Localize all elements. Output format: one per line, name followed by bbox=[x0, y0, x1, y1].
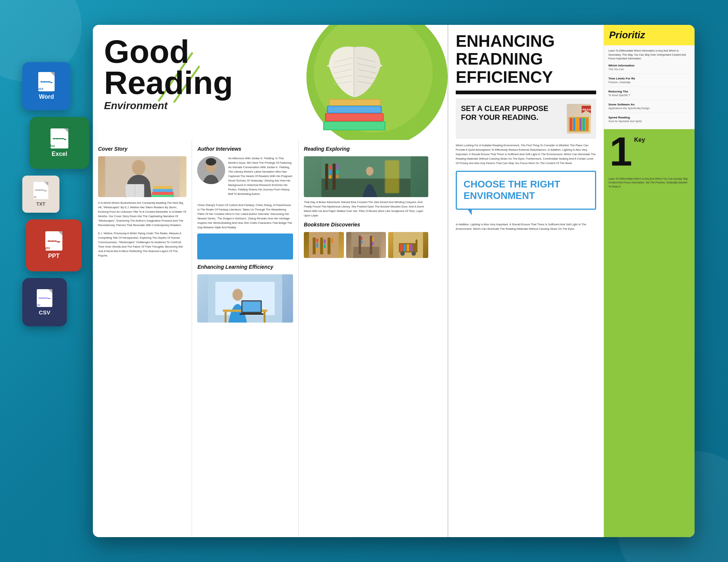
svg-rect-85 bbox=[576, 118, 579, 131]
choose-env-box: CHOOSE THE RIGHT ENVIRONMENT bbox=[456, 171, 596, 209]
svg-rect-47 bbox=[336, 170, 338, 174]
document-header: Good Reading Environment bbox=[93, 25, 448, 140]
main-document: Good Reading Environment bbox=[93, 25, 695, 537]
excel-file-icon[interactable]: .xlsx Excel bbox=[30, 117, 89, 169]
sidebar-item-2-title: Time Limits For Re bbox=[608, 77, 690, 80]
author-interviews-title: Author Interviews bbox=[197, 146, 293, 152]
svg-point-49 bbox=[366, 167, 373, 176]
enhancing-learning-title: Enhancing Learning Efficiency bbox=[197, 264, 293, 270]
cover-story-column: Cover Story bbox=[93, 140, 192, 537]
bookstore-img-1 bbox=[304, 232, 344, 258]
svg-rect-65 bbox=[358, 236, 361, 254]
sidebar-header-text: Prioritiz bbox=[609, 29, 645, 40]
ppt-label: PPT bbox=[48, 253, 59, 259]
txt-label: TXT bbox=[36, 201, 46, 207]
choose-env-title: CHOOSE THE RIGHT ENVIRONMENT bbox=[464, 179, 588, 202]
sidebar-item-1-title: Which Information bbox=[608, 64, 690, 67]
svg-rect-68 bbox=[370, 236, 372, 254]
document-left-area: Good Reading Environment bbox=[93, 25, 448, 537]
enhancing-title-area: ENHANCING READNING EFFICIENCY bbox=[448, 25, 604, 86]
svg-rect-34 bbox=[225, 312, 227, 323]
enhancing-line1: ENHANCING bbox=[456, 32, 596, 50]
sidebar-intro: Learn To Differentiate Which Information… bbox=[604, 45, 695, 129]
svg-rect-87 bbox=[582, 118, 585, 131]
sidebar-item-4: Some Software An Applications Are Specif… bbox=[608, 103, 690, 113]
svg-rect-76 bbox=[410, 244, 413, 251]
svg-rect-86 bbox=[579, 118, 582, 131]
csv-label: CSV bbox=[39, 309, 51, 316]
bookstore-title: Bookstore Discoveries bbox=[304, 222, 428, 228]
cover-story-title: Cover Story bbox=[98, 146, 186, 152]
cover-story-image bbox=[98, 156, 186, 197]
ppt-file-icon[interactable]: .pptx PPT bbox=[26, 219, 82, 271]
word-file-icon[interactable]: .docx Word bbox=[22, 62, 71, 110]
svg-rect-23 bbox=[153, 186, 172, 189]
svg-rect-88 bbox=[586, 118, 588, 131]
sidebar-item-5: Speed Reading Such As Spreeder And Sprit… bbox=[608, 116, 690, 122]
three-column-body: Cover Story bbox=[93, 140, 448, 537]
book-stack-image bbox=[321, 36, 388, 133]
sidebar-green-bottom: Learn To Differentiate Which Is Key And … bbox=[604, 173, 695, 538]
svg-rect-38 bbox=[240, 313, 264, 315]
bookstore-img-3 bbox=[388, 232, 428, 258]
cover-story-para2: E.J. Mellow, Previously A Writer Flying … bbox=[98, 231, 186, 258]
blue-decorative-box bbox=[197, 233, 293, 259]
svg-rect-58 bbox=[324, 239, 326, 244]
author-para2: Chloe Zhang's Fusion Of Culture And Fant… bbox=[197, 203, 293, 230]
file-icons-sidebar: .docx Word .xlsx Excel bbox=[22, 62, 89, 326]
svg-rect-55 bbox=[316, 243, 318, 248]
svg-rect-5 bbox=[326, 114, 383, 121]
svg-rect-56 bbox=[316, 248, 318, 252]
svg-rect-46 bbox=[336, 164, 338, 169]
far-right-sidebar: Prioritiz Learn To Differentiate Which I… bbox=[604, 25, 695, 537]
svg-rect-57 bbox=[320, 238, 323, 254]
enhancing-efficiency-section: ENHANCING READNING EFFICIENCY SET A CLEA… bbox=[448, 25, 604, 537]
svg-rect-67 bbox=[361, 241, 362, 244]
svg-rect-37 bbox=[243, 301, 261, 312]
svg-rect-44 bbox=[329, 175, 331, 179]
svg-rect-61 bbox=[331, 238, 333, 243]
sidebar-item-4-title: Some Software An bbox=[608, 103, 690, 106]
bookstore-images bbox=[304, 232, 428, 258]
txt-file-icon[interactable]: .txt TXT bbox=[22, 176, 59, 213]
svg-rect-60 bbox=[328, 238, 331, 254]
csv-file-icon[interactable]: .csv CSV bbox=[22, 278, 67, 326]
svg-point-32 bbox=[233, 289, 243, 301]
enhancing-line2: READNING bbox=[456, 50, 596, 68]
big-number-area: 1 Key bbox=[604, 129, 695, 173]
header-subtitle: Environment bbox=[104, 100, 233, 112]
reading-exploring-text: That Day, A Brave Adventurer Named Elsa … bbox=[304, 200, 428, 218]
key-label: Key bbox=[634, 137, 645, 143]
reading-exploring-title: Reading Exploring bbox=[304, 146, 428, 152]
svg-rect-3 bbox=[328, 107, 381, 112]
svg-rect-64 bbox=[353, 247, 379, 258]
svg-rect-54 bbox=[316, 239, 318, 242]
excel-label: Excel bbox=[52, 151, 67, 157]
svg-point-20 bbox=[132, 160, 145, 175]
svg-text:READ: READ bbox=[582, 108, 591, 111]
sidebar-header: Prioritiz bbox=[604, 25, 695, 45]
header-title-line1: Good bbox=[104, 36, 233, 67]
purpose-box: SET A CLEAR PURPOSE FOR YOUR READING. RE… bbox=[456, 99, 596, 139]
reading-column: Reading Exploring bbox=[299, 140, 433, 537]
word-label: Word bbox=[39, 94, 54, 100]
svg-rect-69 bbox=[372, 238, 373, 241]
black-divider bbox=[456, 91, 596, 94]
learning-efficiency-image bbox=[197, 274, 293, 323]
svg-rect-26 bbox=[151, 195, 174, 197]
svg-rect-75 bbox=[407, 244, 409, 251]
author-para1: An Afternoon With Jordan K. Fielding: In… bbox=[228, 156, 293, 196]
svg-point-29 bbox=[206, 158, 216, 166]
sidebar-item-2-text: Practice, Gradually bbox=[608, 81, 690, 84]
cover-story-para1: In A World Where Bookshelves Are Constan… bbox=[98, 201, 186, 228]
sidebar-item-1-text: This You Can bbox=[608, 68, 690, 71]
svg-rect-74 bbox=[403, 244, 406, 251]
sidebar-item-4-text: Applications Are Specifically Design bbox=[608, 107, 690, 110]
svg-rect-73 bbox=[400, 244, 403, 251]
svg-rect-59 bbox=[324, 244, 326, 248]
svg-rect-7 bbox=[324, 122, 384, 130]
svg-rect-1 bbox=[329, 100, 380, 105]
purpose-text: SET A CLEAR PURPOSE FOR YOUR READING. bbox=[461, 104, 562, 122]
header-title-line2: Reading bbox=[104, 67, 233, 98]
sidebar-item-3-text: To Read Specific T bbox=[608, 94, 690, 97]
